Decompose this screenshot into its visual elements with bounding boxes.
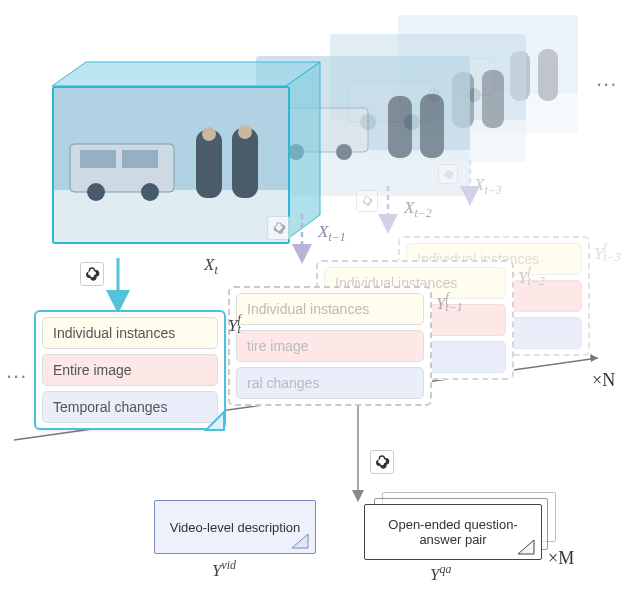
openai-icon bbox=[438, 164, 458, 184]
frame-label-t-1: Xt−1 bbox=[318, 222, 346, 245]
svg-marker-1 bbox=[590, 354, 598, 362]
svg-rect-26 bbox=[54, 190, 288, 242]
output-video-description-label: Yvid bbox=[212, 558, 236, 581]
scale-n: ×N bbox=[592, 370, 615, 391]
frame-info-label-t-3: Yt−3f bbox=[594, 244, 603, 264]
output-qa-label: Yqa bbox=[430, 562, 451, 585]
output-video-description: Video-level description bbox=[154, 500, 316, 554]
svg-rect-21 bbox=[388, 96, 412, 158]
video-frame-t bbox=[52, 86, 290, 244]
info-temporal: Temporal changes bbox=[42, 391, 218, 423]
openai-icon bbox=[267, 216, 291, 240]
info-entire: Entire image bbox=[42, 354, 218, 386]
frame-info-label-t-2: Yt−2f bbox=[518, 268, 527, 288]
info-entire: tire image bbox=[236, 330, 424, 362]
output-qa: Open-ended question-answer pair bbox=[364, 504, 542, 560]
output-video-description-text: Video-level description bbox=[170, 520, 301, 535]
frame-info-label-t-1: Yt−1f bbox=[436, 294, 445, 314]
frame-label-t: Xt bbox=[204, 255, 218, 278]
frame-label-t-3: Xt−3 bbox=[474, 175, 502, 198]
svg-point-20 bbox=[336, 144, 352, 160]
frame-info-t: Individual instances Entire image Tempor… bbox=[34, 310, 226, 430]
openai-icon bbox=[80, 262, 104, 286]
svg-point-34 bbox=[202, 127, 216, 141]
info-temporal: ral changes bbox=[236, 367, 424, 399]
scale-m: ×M bbox=[548, 548, 574, 569]
svg-rect-8 bbox=[538, 49, 558, 101]
svg-rect-22 bbox=[420, 94, 444, 158]
openai-icon bbox=[370, 450, 394, 474]
ellipsis-left: ... bbox=[6, 358, 27, 384]
frame-label-t-2: Xt−2 bbox=[404, 198, 432, 221]
info-individual: Individual instances bbox=[236, 293, 424, 325]
svg-point-31 bbox=[141, 183, 159, 201]
frame-info-t-1: Individual instances tire image ral chan… bbox=[228, 286, 432, 406]
svg-point-35 bbox=[238, 125, 252, 139]
info-individual: Individual instances bbox=[42, 317, 218, 349]
openai-icon bbox=[356, 190, 378, 212]
frame-info-label-t: Ytf bbox=[228, 316, 237, 336]
output-qa-text: Open-ended question-answer pair bbox=[371, 517, 535, 547]
svg-point-30 bbox=[87, 183, 105, 201]
svg-rect-15 bbox=[482, 70, 504, 128]
svg-rect-29 bbox=[122, 150, 158, 168]
svg-rect-28 bbox=[80, 150, 116, 168]
svg-point-19 bbox=[288, 144, 304, 160]
ellipsis-right: ... bbox=[596, 66, 617, 92]
